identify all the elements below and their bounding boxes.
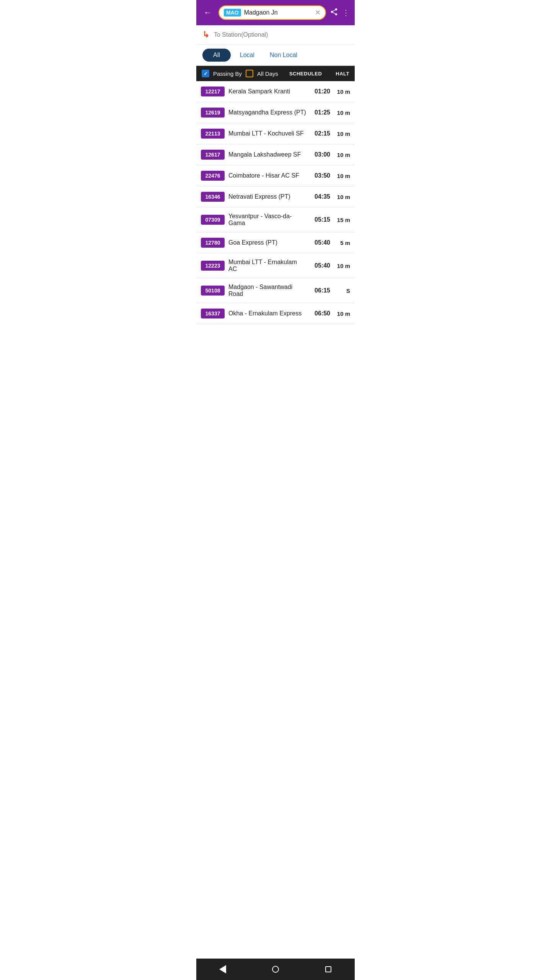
train-number: 12617 (201, 150, 225, 160)
table-row[interactable]: 16337 Okha - Ernakulam Express 06:50 10 … (196, 303, 355, 324)
recents-nav-button[interactable] (321, 962, 336, 977)
train-number: 12780 (201, 238, 225, 248)
station-name: Madgaon Jn (244, 9, 312, 16)
table-row[interactable]: 07309 Yesvantpur - Vasco-da-Gama 05:15 1… (196, 207, 355, 232)
train-scheduled-time: 04:35 (310, 193, 330, 200)
search-bar: MAO Madgaon Jn ✕ (218, 5, 326, 20)
train-name: Goa Express (PT) (228, 239, 306, 246)
train-scheduled-time: 01:25 (310, 109, 330, 116)
train-number: 12217 (201, 87, 225, 96)
train-number: 50108 (201, 286, 225, 296)
tab-all[interactable]: All (202, 49, 231, 62)
table-row[interactable]: 12617 Mangala Lakshadweep SF 03:00 10 m (196, 144, 355, 165)
bottom-nav (196, 959, 355, 980)
filter-tabs: All Local Non Local (196, 45, 355, 66)
train-scheduled-time: 01:20 (310, 88, 330, 95)
train-scheduled-time: 03:50 (310, 172, 330, 179)
train-name: Madgaon - Sawantwadi Road (228, 284, 306, 297)
train-name: Mangala Lakshadweep SF (228, 151, 306, 158)
share-button[interactable] (330, 8, 338, 18)
train-halt-time: 10 m (334, 310, 350, 317)
train-halt-time: 10 m (334, 194, 350, 200)
train-scheduled-time: 05:15 (310, 216, 330, 223)
to-station-input[interactable] (214, 31, 349, 38)
train-number: 16337 (201, 309, 225, 318)
tab-non-local[interactable]: Non Local (264, 49, 303, 62)
train-halt-time: 10 m (334, 88, 350, 95)
train-number: 12619 (201, 108, 225, 118)
train-halt-time: 5 m (334, 240, 350, 246)
train-halt-time: S (334, 287, 350, 294)
passing-by-label: Passing By (213, 70, 242, 77)
to-icon: ↳ (202, 30, 209, 40)
station-code: MAO (224, 9, 241, 16)
train-name: Yesvantpur - Vasco-da-Gama (228, 213, 306, 227)
train-halt-time: 15 m (334, 217, 350, 223)
train-name: Mumbai LTT - Kochuveli SF (228, 130, 306, 137)
passing-by-checkbox[interactable] (202, 70, 209, 77)
train-number: 22113 (201, 129, 225, 139)
table-row[interactable]: 12223 Mumbai LTT - Ernakulam AC 05:40 10… (196, 253, 355, 278)
table-row[interactable]: 12217 Kerala Sampark Kranti 01:20 10 m (196, 81, 355, 102)
train-number: 07309 (201, 215, 225, 225)
table-row[interactable]: 22113 Mumbai LTT - Kochuveli SF 02:15 10… (196, 123, 355, 144)
train-number: 22476 (201, 171, 225, 181)
train-list: 12217 Kerala Sampark Kranti 01:20 10 m 1… (196, 81, 355, 959)
train-name: Kerala Sampark Kranti (228, 88, 306, 95)
train-halt-time: 10 m (334, 152, 350, 158)
train-scheduled-time: 02:15 (310, 130, 330, 137)
train-name: Matsyagandha Express (PT) (228, 109, 306, 116)
train-halt-time: 10 m (334, 109, 350, 116)
train-name: Mumbai LTT - Ernakulam AC (228, 259, 306, 273)
train-scheduled-time: 05:40 (310, 239, 330, 246)
train-number: 12223 (201, 261, 225, 271)
table-row[interactable]: 12780 Goa Express (PT) 05:40 5 m (196, 232, 355, 253)
train-number: 16346 (201, 192, 225, 202)
clear-button[interactable]: ✕ (315, 8, 321, 17)
train-scheduled-time: 03:00 (310, 151, 330, 158)
halt-col-header: HALT (336, 71, 349, 77)
train-name: Okha - Ernakulam Express (228, 310, 306, 317)
options-bar: Passing By All Days SCHEDULED HALT (196, 66, 355, 81)
table-row[interactable]: 16346 Netravati Express (PT) 04:35 10 m (196, 186, 355, 207)
train-name: Coimbatore - Hisar AC SF (228, 172, 306, 179)
table-row[interactable]: 50108 Madgaon - Sawantwadi Road 06:15 S (196, 278, 355, 303)
train-scheduled-time: 06:50 (310, 310, 330, 317)
home-nav-button[interactable] (268, 962, 283, 977)
tab-local[interactable]: Local (234, 49, 261, 62)
table-row[interactable]: 12619 Matsyagandha Express (PT) 01:25 10… (196, 102, 355, 123)
train-name: Netravati Express (PT) (228, 193, 306, 200)
back-nav-button[interactable] (215, 962, 230, 977)
to-station-row: ↳ (196, 25, 355, 45)
all-days-label: All Days (257, 70, 278, 77)
train-halt-time: 10 m (334, 131, 350, 137)
train-halt-time: 10 m (334, 263, 350, 269)
table-row[interactable]: 22476 Coimbatore - Hisar AC SF 03:50 10 … (196, 165, 355, 186)
back-button[interactable]: ← (201, 8, 215, 18)
all-days-checkbox[interactable] (246, 70, 253, 77)
train-halt-time: 10 m (334, 173, 350, 179)
more-options-button[interactable]: ⋮ (342, 8, 350, 17)
app-header: ← MAO Madgaon Jn ✕ ⋮ (196, 0, 355, 25)
train-scheduled-time: 05:40 (310, 262, 330, 269)
scheduled-col-header: SCHEDULED (289, 71, 322, 77)
train-scheduled-time: 06:15 (310, 287, 330, 294)
